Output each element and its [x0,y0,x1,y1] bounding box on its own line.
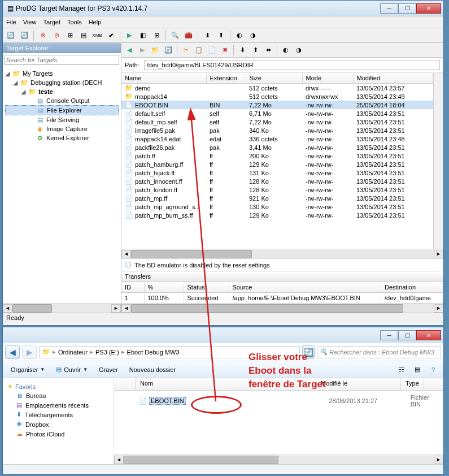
fwd-button[interactable]: ▶ [137,45,148,56]
toolbar-btn[interactable]: ⊗ [37,30,49,41]
exp-col-type[interactable]: Type [401,378,424,390]
tree-file-serving[interactable]: ▤File Serving [5,115,119,124]
file-row[interactable]: 📄packfile26.pakpak3,41 Mo-rw-rw-rw-13/05… [121,143,433,152]
file-row[interactable]: 📄default.selfself6,71 Mo-rw-rw-rw-13/05/… [121,109,433,118]
cut-button[interactable]: ✂ [180,45,191,56]
file-row[interactable]: 📄EBOOT.BINBIN7,22 Mo-rw-rw-rw-25/05/2014… [121,101,433,109]
tcol-id[interactable]: ID [121,282,144,293]
file-row[interactable]: 📄default_mp.selfself7,22 Mo-rw-rw-rw-13/… [121,118,433,126]
menu-tools[interactable]: Tools [67,19,82,25]
tcol-dst[interactable]: Destination [381,282,443,293]
breadcrumb[interactable]: 📁 ▸ Ordinateur▸ PS3 (E:)▸ Eboot Debug MW… [39,346,300,358]
tool-button[interactable]: ⬆ [250,45,261,56]
tree-root[interactable]: ◢📁My Targets [5,69,119,78]
file-vscroll[interactable] [433,73,443,249]
explorer-search[interactable]: 🔍 Rechercher dans : Eboot Debug MW3 [317,346,441,358]
fav-downloads[interactable]: ⬇Téléchargements [3,410,114,419]
file-row[interactable]: 📄patch_innocent.ffff128 Ko-rw-rw-rw-13/0… [121,177,433,185]
col-mod[interactable]: Modified [353,73,433,84]
file-row[interactable]: 📄imagefile5.pakpak340 Ko-rw-rw-rw-13/05/… [121,126,433,135]
organize-button[interactable]: Organiser ▼ [7,365,48,375]
tree-image-capture[interactable]: ◉Image Capture [5,124,119,133]
tree-teste[interactable]: ◢📁teste [5,87,119,96]
fav-recent[interactable]: ▤Emplacements récents [3,400,114,410]
col-size[interactable]: Size [246,73,302,84]
tool-button[interactable]: ◑ [293,45,304,56]
tool-button[interactable]: ⬌ [263,45,274,56]
tree-hscroll[interactable]: ◄► [3,303,121,313]
toolbar-btn[interactable]: 🔄 [5,30,16,41]
file-hscroll[interactable]: ◄► [121,249,443,258]
tcol-pct[interactable]: % [144,282,184,293]
newfolder-button[interactable]: Nouveau dossier [126,365,180,375]
preview-button[interactable]: ▤ [412,364,423,375]
nav-fwd[interactable]: ▶ [22,345,37,359]
refresh-button[interactable]: 🔄 [163,45,174,56]
toolbar-btn[interactable]: ⊞ [151,30,162,41]
col-name[interactable]: Name [121,73,206,84]
toolbar-btn[interactable]: XMB [91,30,103,41]
tool-button[interactable]: ⬇ [237,45,248,56]
col-mode[interactable]: Mode [302,73,353,84]
menu-help[interactable]: Help [89,19,102,25]
toolbar-btn[interactable]: ▶ [124,30,135,41]
file-row[interactable]: 📄patch_hamburg.ffff129 Ko-rw-rw-rw-13/05… [121,160,433,168]
tcol-src[interactable]: Source [229,282,381,293]
tree-file-explorer[interactable]: 🗂File Explorer [5,105,119,115]
help-button[interactable]: ? [428,364,439,375]
file-row[interactable]: 📁mappack14512 octetsdrwxrwxrwx13/05/2014… [121,92,433,101]
file-row[interactable]: 📄patch_mp_aground_s..ff130 Ko-rw-rw-rw-1… [121,202,433,211]
paste-button[interactable]: 📄 [206,45,217,56]
crumb[interactable]: Ordinateur [56,349,90,356]
tree-kernel-explorer[interactable]: ⚙Kernel Explorer [5,133,119,142]
fav-dropbox[interactable]: ❖Dropbox [3,419,114,429]
menu-file[interactable]: File [6,19,16,25]
menu-target[interactable]: Target [43,19,60,25]
toolbar-btn[interactable]: ◐ [234,30,245,41]
up-button[interactable]: 📁 [150,45,161,56]
burn-button[interactable]: Graver [95,365,121,375]
toolbar-btn[interactable]: ▤ [78,30,89,41]
toolbar-btn[interactable]: 🧰 [183,30,194,41]
minimize-button[interactable]: ─ [380,3,398,14]
file-row[interactable]: 📄patch_london.ffff128 Ko-rw-rw-rw-13/05/… [121,185,433,194]
file-row[interactable]: 📄mappack14.edatedat336 octets-rw-rw-rw-1… [121,135,433,143]
exp-minimize[interactable]: ─ [380,330,398,340]
nav-back[interactable]: ◀ [5,345,20,359]
col-ext[interactable]: Extension [206,73,246,84]
tree-console-output[interactable]: ▤Console Output [5,96,119,105]
favorites-header[interactable]: ★Favoris [3,382,114,391]
fav-desktop[interactable]: 🖥Bureau [3,391,114,400]
exp-close[interactable]: ✕ [416,330,441,340]
file-row[interactable]: 📁demo512 octetsdrwx------13/05/2014 23:5… [121,84,433,93]
exp-hscroll[interactable]: ◄► [114,455,443,464]
search-targets-input[interactable] [5,55,119,65]
maximize-button[interactable]: ☐ [398,3,416,14]
exp-col-modified[interactable]: Modifié le [316,378,401,390]
crumb[interactable]: Eboot Debug MW3 [125,349,182,356]
file-row[interactable]: 📄patch_mp.ffff921 Ko-rw-rw-rw-13/05/2014… [121,194,433,202]
toolbar-btn[interactable]: ⬇ [202,30,213,41]
close-button[interactable]: ✕ [416,3,441,14]
file-row[interactable]: 📄patch_mp_burn_ss.ffff129 Ko-rw-rw-rw-13… [121,211,433,219]
tcol-status[interactable]: Status [184,282,229,293]
fav-photos[interactable]: ☁Photos iCloud [3,429,114,439]
file-row[interactable]: 📄patch_hijack.ffff131 Ko-rw-rw-rw-13/05/… [121,168,433,177]
view-button[interactable]: ☷ [396,364,407,375]
menu-view[interactable]: View [23,19,37,25]
copy-button[interactable]: 📋 [193,45,204,56]
exp-maximize[interactable]: ☐ [398,330,416,340]
toolbar-btn[interactable]: ◧ [137,30,149,41]
tool-button[interactable]: ◐ [280,45,291,56]
toolbar-btn[interactable]: ⊘ [51,30,62,41]
refresh-btn[interactable]: 🔄 [302,345,315,359]
path-input[interactable] [144,60,440,70]
exp-col-name[interactable]: Nom [136,378,316,390]
toolbar-btn[interactable]: 🔄 [19,30,30,41]
back-button[interactable]: ◀ [124,45,135,56]
toolbar-btn[interactable]: ◑ [247,30,259,41]
delete-button[interactable]: ✖ [219,45,230,56]
toolbar-btn[interactable]: ⬆ [215,30,226,41]
toolbar-btn[interactable]: ⊞ [64,30,76,41]
open-button[interactable]: ▤ Ouvrir ▼ [53,364,91,375]
